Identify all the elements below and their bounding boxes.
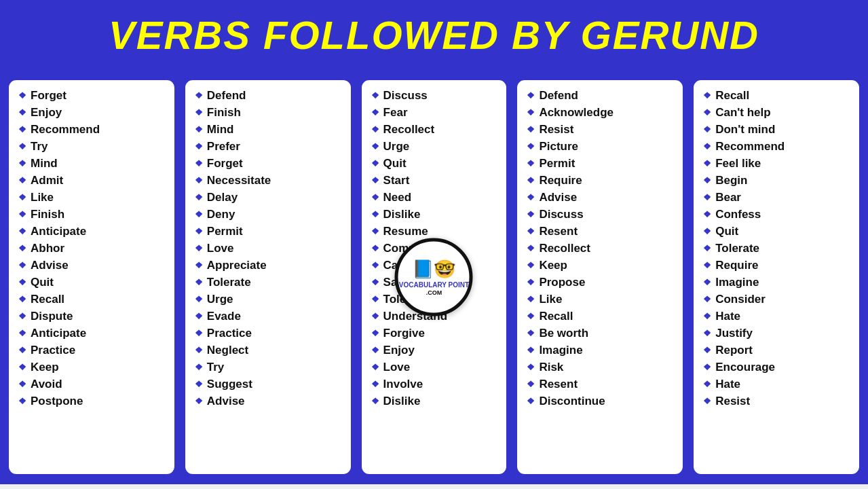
list-item: Enjoy <box>371 342 500 359</box>
list-item: Appreciate <box>195 257 344 274</box>
list-item: Forget <box>195 155 344 172</box>
list-item: Recommend <box>703 138 852 155</box>
list-item: Quit <box>703 223 852 240</box>
list-item: Need <box>371 189 500 206</box>
list-item: Love <box>371 359 500 376</box>
list-item: Bear <box>703 189 852 206</box>
list-item: Love <box>195 240 344 257</box>
list-item: Dispute <box>18 308 168 325</box>
list-item: Feel like <box>703 155 852 172</box>
list-item: Fear <box>371 104 500 121</box>
list-item: Acknowledge <box>527 104 676 121</box>
list-item: Can't help <box>703 104 852 121</box>
list-item: Don't mind <box>703 121 852 138</box>
list-item: Be worth <box>527 325 676 342</box>
list-item: Postpone <box>18 393 168 410</box>
list-item: Advise <box>195 393 344 410</box>
list-item: Forgive <box>371 325 500 342</box>
list-item: Confess <box>703 206 852 223</box>
list-item: Resent <box>527 376 676 393</box>
list-item: Imagine <box>527 342 676 359</box>
list-item: Recall <box>527 308 676 325</box>
list-item: Begin <box>703 172 852 189</box>
list-item: Recall <box>18 291 168 308</box>
list-item: Resist <box>527 121 676 138</box>
list-item: Defend <box>195 87 344 104</box>
list-item: Hate <box>703 308 852 325</box>
list-item: Urge <box>195 291 344 308</box>
list-item: Neglect <box>195 342 344 359</box>
list-item: Permit <box>195 223 344 240</box>
list-item: Admit <box>18 172 168 189</box>
column-col5: RecallCan't helpDon't mindRecommendFeel … <box>692 78 861 476</box>
list-item: Resume <box>371 223 500 240</box>
list-item: Resent <box>527 223 676 240</box>
list-item: Suggest <box>195 376 344 393</box>
list-item: Prefer <box>195 138 344 155</box>
list-item: Practice <box>195 325 344 342</box>
list-item: Enjoy <box>18 104 168 121</box>
list-item: Advise <box>18 257 168 274</box>
list-item: Permit <box>527 155 676 172</box>
list-item: Recall <box>703 87 852 104</box>
list-item: Require <box>703 257 852 274</box>
list-item: Hate <box>703 376 852 393</box>
list-item: Picture <box>527 138 676 155</box>
list-item: Recollect <box>527 240 676 257</box>
list-item: Avoid <box>18 376 168 393</box>
logo-text-sub: .COM <box>426 289 442 296</box>
list-item: Propose <box>527 274 676 291</box>
list-item: Delay <box>195 189 344 206</box>
list-item: Advise <box>527 189 676 206</box>
list-item: Discuss <box>527 206 676 223</box>
list-item: Tolerate <box>703 240 852 257</box>
list-item: Risk <box>527 359 676 376</box>
list-item: Forget <box>18 87 168 104</box>
list-item: Like <box>527 291 676 308</box>
list-item: Practice <box>18 342 168 359</box>
list-item: Like <box>18 189 168 206</box>
list-item: Report <box>703 342 852 359</box>
list-item: Start <box>371 172 500 189</box>
list-item: Dislike <box>371 393 500 410</box>
logo-icon: 📘🤓 <box>412 259 455 280</box>
list-item: Anticipate <box>18 223 168 240</box>
list-item: Justify <box>703 325 852 342</box>
column-col4: DefendAcknowledgeResistPicturePermitRequ… <box>515 78 685 476</box>
list-item: Recollect <box>371 121 500 138</box>
list-item: Discuss <box>371 87 500 104</box>
list-item: Dislike <box>371 206 500 223</box>
logo-text-main: VOCABULARY POINT <box>399 281 469 289</box>
list-item: Defend <box>527 87 676 104</box>
header: VERBS FOLLOWED BY GERUND <box>0 0 868 70</box>
list-item: Try <box>18 138 168 155</box>
list-item: Evade <box>195 308 344 325</box>
list-item: Encourage <box>703 359 852 376</box>
middle-col-wrapper: DiscussFearRecollectUrgeQuitStartNeedDis… <box>360 78 509 476</box>
list-item: Involve <box>371 376 500 393</box>
list-item: Finish <box>18 206 168 223</box>
list-item: Require <box>527 172 676 189</box>
list-item: Resist <box>703 393 852 410</box>
list-item: Recommend <box>18 121 168 138</box>
list-item: Discontinue <box>527 393 676 410</box>
column-col1: ForgetEnjoyRecommendTryMindAdmitLikeFini… <box>7 78 176 476</box>
list-item: Abhor <box>18 240 168 257</box>
list-item: Anticipate <box>18 325 168 342</box>
list-item: Keep <box>527 257 676 274</box>
list-item: Keep <box>18 359 168 376</box>
column-col2: DefendFinishMindPreferForgetNecessitateD… <box>183 78 353 476</box>
list-item: Mind <box>18 155 168 172</box>
list-item: Necessitate <box>195 172 344 189</box>
vocabulary-point-logo: 📘🤓 VOCABULARY POINT .COM <box>395 238 473 316</box>
list-item: Tolerate <box>195 274 344 291</box>
page-title: VERBS FOLLOWED BY GERUND <box>16 12 852 58</box>
list-item: Consider <box>703 291 852 308</box>
list-item: Finish <box>195 104 344 121</box>
list-item: Try <box>195 359 344 376</box>
list-item: Imagine <box>703 274 852 291</box>
list-item: Deny <box>195 206 344 223</box>
list-item: Mind <box>195 121 344 138</box>
list-item: Urge <box>371 138 500 155</box>
list-item: Quit <box>18 274 168 291</box>
